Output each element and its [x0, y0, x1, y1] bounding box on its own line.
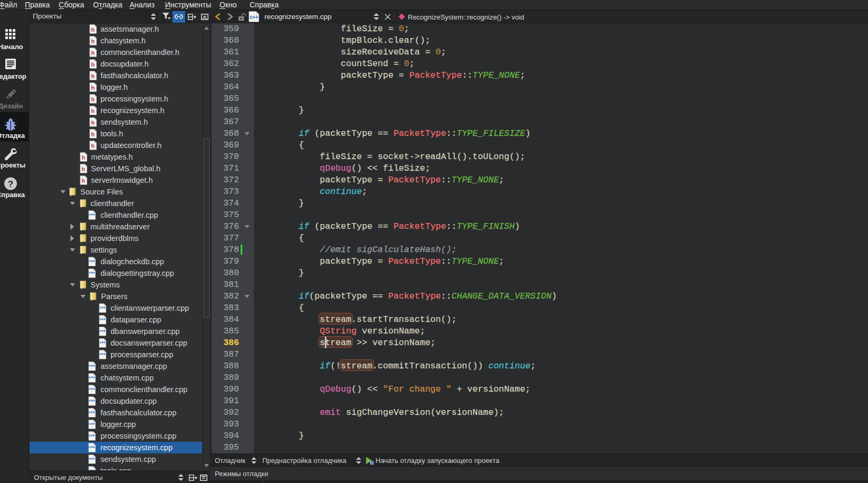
svg-text:c++: c++ — [250, 14, 258, 20]
svg-text:h: h — [81, 178, 85, 184]
svg-text:h: h — [91, 119, 95, 126]
svg-text:h: h — [91, 61, 95, 68]
svg-text:h: h — [91, 38, 95, 44]
svg-text:h: h — [91, 85, 95, 91]
svg-text:h: h — [91, 96, 95, 103]
svg-text:h: h — [91, 50, 95, 56]
svg-text:h: h — [81, 166, 85, 172]
svg-text:h: h — [91, 143, 95, 149]
svg-text:h: h — [81, 154, 85, 161]
svg-text:?: ? — [8, 179, 13, 189]
svg-text:h: h — [91, 131, 95, 137]
svg-text:h: h — [91, 108, 95, 114]
svg-text:h: h — [91, 26, 95, 33]
svg-text:h: h — [91, 73, 95, 79]
